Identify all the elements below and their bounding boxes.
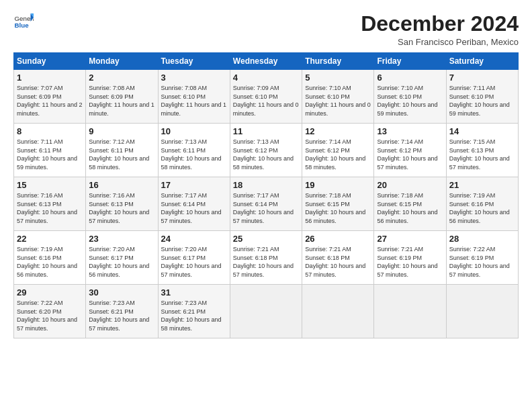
cell-content: Sunrise: 7:10 AMSunset: 6:10 PMDaylight:… bbox=[305, 84, 371, 118]
calendar-cell: 19Sunrise: 7:18 AMSunset: 6:15 PMDayligh… bbox=[302, 177, 374, 231]
cell-content: Sunrise: 7:13 AMSunset: 6:11 PMDaylight:… bbox=[161, 138, 227, 171]
day-number: 24 bbox=[161, 234, 227, 244]
calendar-cell: 15Sunrise: 7:16 AMSunset: 6:13 PMDayligh… bbox=[14, 177, 86, 231]
day-number: 1 bbox=[17, 73, 83, 83]
cell-content: Sunrise: 7:22 AMSunset: 6:19 PMDaylight:… bbox=[449, 245, 515, 279]
day-number: 26 bbox=[305, 234, 371, 244]
cell-content: Sunrise: 7:09 AMSunset: 6:10 PMDaylight:… bbox=[233, 84, 299, 118]
cell-content: Sunrise: 7:23 AMSunset: 6:21 PMDaylight:… bbox=[89, 299, 154, 332]
calendar-cell: 10Sunrise: 7:13 AMSunset: 6:11 PMDayligh… bbox=[158, 124, 230, 177]
day-number: 7 bbox=[449, 73, 515, 83]
cell-content: Sunrise: 7:16 AMSunset: 6:13 PMDaylight:… bbox=[17, 191, 83, 225]
general-blue-icon: General Blue bbox=[13, 12, 34, 31]
calendar-cell: 24Sunrise: 7:20 AMSunset: 6:17 PMDayligh… bbox=[158, 231, 230, 285]
day-number: 22 bbox=[17, 234, 83, 244]
cell-content: Sunrise: 7:17 AMSunset: 6:14 PMDaylight:… bbox=[233, 191, 299, 225]
day-number: 12 bbox=[305, 126, 371, 136]
header-sunday: Sunday bbox=[14, 53, 86, 70]
day-number: 11 bbox=[233, 126, 299, 136]
calendar-cell: 12Sunrise: 7:14 AMSunset: 6:12 PMDayligh… bbox=[302, 124, 374, 177]
calendar-cell: 11Sunrise: 7:13 AMSunset: 6:12 PMDayligh… bbox=[230, 124, 302, 177]
calendar-cell: 1Sunrise: 7:07 AMSunset: 6:09 PMDaylight… bbox=[14, 70, 86, 124]
day-number: 23 bbox=[89, 234, 154, 244]
header-thursday: Thursday bbox=[302, 53, 374, 70]
calendar-cell: 25Sunrise: 7:21 AMSunset: 6:18 PMDayligh… bbox=[230, 231, 302, 285]
day-number: 17 bbox=[161, 180, 227, 190]
day-number: 28 bbox=[449, 234, 515, 244]
calendar-cell: 23Sunrise: 7:20 AMSunset: 6:17 PMDayligh… bbox=[86, 231, 158, 285]
day-number: 20 bbox=[377, 180, 443, 190]
calendar-cell: 3Sunrise: 7:08 AMSunset: 6:10 PMDaylight… bbox=[158, 70, 230, 124]
header-friday: Friday bbox=[374, 53, 446, 70]
calendar-cell bbox=[374, 285, 446, 338]
calendar-cell: 6Sunrise: 7:10 AMSunset: 6:10 PMDaylight… bbox=[374, 70, 446, 124]
calendar-cell bbox=[302, 285, 374, 338]
calendar-cell: 20Sunrise: 7:18 AMSunset: 6:15 PMDayligh… bbox=[374, 177, 446, 231]
calendar-week-row: 22Sunrise: 7:19 AMSunset: 6:16 PMDayligh… bbox=[14, 231, 519, 285]
cell-content: Sunrise: 7:20 AMSunset: 6:17 PMDaylight:… bbox=[161, 245, 227, 279]
day-number: 14 bbox=[449, 126, 515, 136]
calendar-cell: 16Sunrise: 7:16 AMSunset: 6:13 PMDayligh… bbox=[86, 177, 158, 231]
cell-content: Sunrise: 7:14 AMSunset: 6:12 PMDaylight:… bbox=[305, 138, 371, 171]
cell-content: Sunrise: 7:21 AMSunset: 6:19 PMDaylight:… bbox=[377, 245, 443, 279]
cell-content: Sunrise: 7:10 AMSunset: 6:10 PMDaylight:… bbox=[377, 84, 443, 118]
cell-content: Sunrise: 7:23 AMSunset: 6:21 PMDaylight:… bbox=[161, 299, 227, 332]
calendar-cell: 14Sunrise: 7:15 AMSunset: 6:13 PMDayligh… bbox=[446, 124, 518, 177]
cell-content: Sunrise: 7:22 AMSunset: 6:20 PMDaylight:… bbox=[17, 299, 83, 332]
calendar-header-row: SundayMondayTuesdayWednesdayThursdayFrid… bbox=[14, 53, 519, 70]
calendar-cell: 9Sunrise: 7:12 AMSunset: 6:11 PMDaylight… bbox=[86, 124, 158, 177]
day-number: 19 bbox=[305, 180, 371, 190]
day-number: 5 bbox=[305, 73, 371, 83]
month-year-title: December 2024 bbox=[361, 12, 519, 36]
day-number: 18 bbox=[233, 180, 299, 190]
day-number: 2 bbox=[89, 73, 154, 83]
cell-content: Sunrise: 7:18 AMSunset: 6:15 PMDaylight:… bbox=[377, 191, 443, 225]
day-number: 25 bbox=[233, 234, 299, 244]
day-number: 13 bbox=[377, 126, 443, 136]
day-number: 27 bbox=[377, 234, 443, 244]
cell-content: Sunrise: 7:17 AMSunset: 6:14 PMDaylight:… bbox=[161, 191, 227, 225]
day-number: 9 bbox=[89, 126, 154, 136]
day-number: 4 bbox=[233, 73, 299, 83]
calendar-cell: 5Sunrise: 7:10 AMSunset: 6:10 PMDaylight… bbox=[302, 70, 374, 124]
cell-content: Sunrise: 7:19 AMSunset: 6:16 PMDaylight:… bbox=[449, 191, 515, 225]
cell-content: Sunrise: 7:18 AMSunset: 6:15 PMDaylight:… bbox=[305, 191, 371, 225]
day-number: 31 bbox=[161, 287, 227, 298]
day-number: 15 bbox=[17, 180, 83, 190]
day-number: 8 bbox=[17, 126, 83, 136]
calendar-cell: 18Sunrise: 7:17 AMSunset: 6:14 PMDayligh… bbox=[230, 177, 302, 231]
cell-content: Sunrise: 7:15 AMSunset: 6:13 PMDaylight:… bbox=[449, 138, 515, 171]
calendar-cell: 13Sunrise: 7:14 AMSunset: 6:12 PMDayligh… bbox=[374, 124, 446, 177]
calendar-week-row: 29Sunrise: 7:22 AMSunset: 6:20 PMDayligh… bbox=[14, 285, 519, 338]
calendar-body: 1Sunrise: 7:07 AMSunset: 6:09 PMDaylight… bbox=[14, 70, 519, 338]
cell-content: Sunrise: 7:11 AMSunset: 6:11 PMDaylight:… bbox=[17, 138, 83, 171]
day-number: 16 bbox=[89, 180, 154, 190]
calendar-cell: 27Sunrise: 7:21 AMSunset: 6:19 PMDayligh… bbox=[374, 231, 446, 285]
calendar-cell: 29Sunrise: 7:22 AMSunset: 6:20 PMDayligh… bbox=[14, 285, 86, 338]
calendar-cell: 22Sunrise: 7:19 AMSunset: 6:16 PMDayligh… bbox=[14, 231, 86, 285]
day-number: 30 bbox=[89, 287, 154, 298]
calendar-cell: 4Sunrise: 7:09 AMSunset: 6:10 PMDaylight… bbox=[230, 70, 302, 124]
cell-content: Sunrise: 7:08 AMSunset: 6:10 PMDaylight:… bbox=[161, 84, 227, 118]
cell-content: Sunrise: 7:14 AMSunset: 6:12 PMDaylight:… bbox=[377, 138, 443, 171]
calendar-cell: 30Sunrise: 7:23 AMSunset: 6:21 PMDayligh… bbox=[86, 285, 158, 338]
calendar-cell bbox=[230, 285, 302, 338]
cell-content: Sunrise: 7:13 AMSunset: 6:12 PMDaylight:… bbox=[233, 138, 299, 171]
logo: General Blue bbox=[13, 12, 34, 31]
header-wednesday: Wednesday bbox=[230, 53, 302, 70]
calendar-cell bbox=[446, 285, 518, 338]
day-number: 3 bbox=[161, 73, 227, 83]
cell-content: Sunrise: 7:07 AMSunset: 6:09 PMDaylight:… bbox=[17, 84, 83, 118]
calendar-cell: 8Sunrise: 7:11 AMSunset: 6:11 PMDaylight… bbox=[14, 124, 86, 177]
cell-content: Sunrise: 7:19 AMSunset: 6:16 PMDaylight:… bbox=[17, 245, 83, 279]
day-number: 21 bbox=[449, 180, 515, 190]
cell-content: Sunrise: 7:20 AMSunset: 6:17 PMDaylight:… bbox=[89, 245, 154, 279]
cell-content: Sunrise: 7:11 AMSunset: 6:10 PMDaylight:… bbox=[449, 84, 515, 118]
header-tuesday: Tuesday bbox=[158, 53, 230, 70]
calendar-week-row: 8Sunrise: 7:11 AMSunset: 6:11 PMDaylight… bbox=[14, 124, 519, 177]
day-number: 6 bbox=[377, 73, 443, 83]
header-saturday: Saturday bbox=[446, 53, 518, 70]
calendar-cell: 7Sunrise: 7:11 AMSunset: 6:10 PMDaylight… bbox=[446, 70, 518, 124]
location-subtitle: San Francisco Periban, Mexico bbox=[361, 37, 519, 47]
cell-content: Sunrise: 7:12 AMSunset: 6:11 PMDaylight:… bbox=[89, 138, 154, 171]
